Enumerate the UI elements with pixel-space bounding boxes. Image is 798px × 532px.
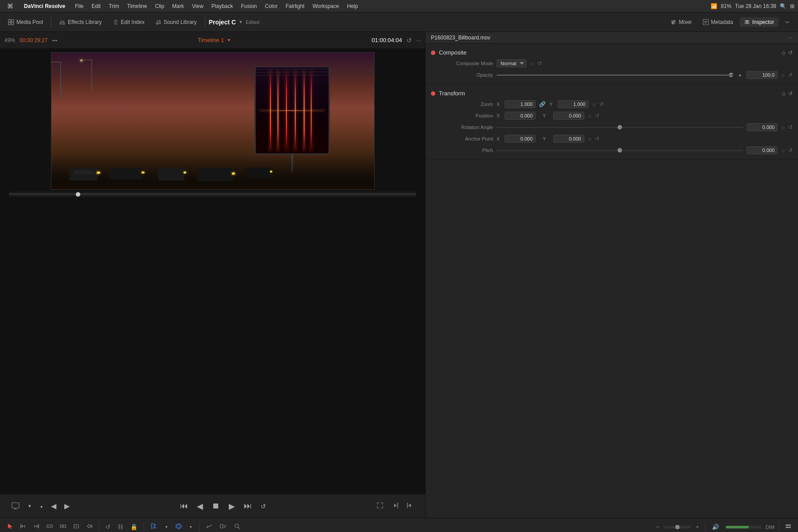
trim-menu[interactable]: Trim	[105, 2, 123, 10]
fullscreen-btn[interactable]	[374, 500, 386, 512]
zoom-reset[interactable]: ↺	[599, 101, 604, 107]
trim-in-tool[interactable]	[18, 522, 28, 532]
zoom-in-tool[interactable]	[58, 522, 68, 532]
pitch-diamond[interactable]: ◇	[781, 148, 785, 153]
transform-diamond-icon[interactable]: ◇	[782, 90, 786, 97]
edit-menu[interactable]: Edit	[88, 2, 105, 10]
nav-left[interactable]: ⬧	[37, 500, 46, 512]
timeline-area: ↺ ⛓ 🔒 ▼ ▼ − + 🔊 DIM	[0, 518, 798, 532]
nav-next-frame[interactable]: ▶	[62, 500, 72, 512]
position-y-input[interactable]	[553, 112, 584, 120]
pitch-slider[interactable]	[497, 150, 743, 151]
opacity-input[interactable]	[747, 71, 778, 79]
zoom-diamond[interactable]: ◇	[592, 102, 596, 107]
trim-out-tool[interactable]	[31, 522, 42, 532]
transform-reset-icon[interactable]: ↺	[788, 90, 793, 97]
undo-btn[interactable]: ↺	[103, 522, 113, 532]
zoom-out-btn[interactable]: −	[654, 522, 662, 532]
apple-menu[interactable]: ⌘	[4, 2, 17, 11]
fit-icon[interactable]	[218, 522, 229, 532]
pitch-input[interactable]	[747, 146, 778, 154]
opacity-slider[interactable]	[497, 74, 733, 76]
zoom-link-icon[interactable]: 🔗	[539, 101, 546, 107]
color-menu[interactable]: Color	[262, 2, 282, 10]
layout-dropdown[interactable]	[780, 18, 794, 27]
grid-icon[interactable]: ⊞	[790, 3, 794, 9]
composite-diamond-icon[interactable]: ◇	[782, 50, 786, 56]
link-btn[interactable]: ⛓	[115, 522, 125, 532]
rotation-slider[interactable]	[497, 127, 743, 128]
rotation-input[interactable]	[747, 123, 778, 131]
fairlight-menu[interactable]: Fairlight	[282, 2, 308, 10]
loop-btn[interactable]: ↺	[258, 501, 269, 512]
play-btn[interactable]: ▶	[226, 500, 238, 513]
media-pool-btn[interactable]: Media Pool	[4, 17, 47, 27]
select-tool[interactable]	[4, 522, 15, 532]
opacity-reset[interactable]: ↺	[788, 72, 793, 78]
zoom-x-label: X	[497, 102, 500, 107]
flag-btn[interactable]	[148, 522, 160, 532]
opacity-diamond[interactable]: ◇	[781, 73, 785, 78]
marker-dropdown[interactable]: ▼	[187, 524, 195, 531]
anchor-x-input[interactable]	[505, 135, 536, 143]
scrubber-bar[interactable]	[9, 192, 416, 197]
pitch-reset[interactable]: ↺	[788, 147, 793, 153]
position-reset[interactable]: ↺	[595, 113, 599, 119]
dynamic-trim-tool[interactable]	[84, 522, 95, 532]
edit-index-btn[interactable]: Edit Index	[108, 17, 149, 27]
anchor-reset[interactable]: ↺	[595, 136, 599, 142]
effects-library-btn[interactable]: Effects Library	[55, 17, 106, 27]
davinci-menu[interactable]: DaVinci Resolve	[20, 2, 69, 10]
anchor-diamond[interactable]: ◇	[588, 137, 591, 141]
playback-menu[interactable]: Playback	[208, 2, 237, 10]
composite-mode-select[interactable]: Normal Screen Overlay Multiply	[497, 59, 527, 67]
zoom-in-btn[interactable]: +	[693, 522, 701, 532]
composite-mode-reset[interactable]: ↺	[537, 60, 542, 66]
sound-library-btn[interactable]: Sound Library	[151, 17, 201, 27]
file-menu[interactable]: File	[71, 2, 87, 10]
go-to-in-btn[interactable]	[389, 500, 401, 512]
rotation-diamond[interactable]: ◇	[781, 125, 785, 130]
help-menu[interactable]: Help	[344, 2, 362, 10]
zoom-y-input[interactable]	[558, 100, 589, 108]
position-x-input[interactable]	[505, 112, 536, 120]
slip-tool[interactable]	[44, 522, 55, 532]
position-diamond[interactable]: ◇	[588, 113, 591, 118]
go-to-out-btn[interactable]	[404, 500, 416, 512]
search-timeline-btn[interactable]	[232, 522, 243, 532]
zoom-out-tool[interactable]	[71, 522, 82, 532]
timeline-menu[interactable]: Timeline	[124, 2, 151, 10]
composite-mode-diamond[interactable]: ◇	[530, 61, 534, 66]
zoom-out-icon	[73, 523, 79, 529]
mark-menu[interactable]: Mark	[168, 2, 188, 10]
dropdown-monitor[interactable]: ▼	[25, 500, 35, 512]
timeline-dropdown-icon[interactable]: ▼	[227, 38, 231, 43]
fusion-menu[interactable]: Fusion	[238, 2, 261, 10]
go-start-btn[interactable]: ⏮	[177, 500, 191, 512]
project-dropdown-icon[interactable]: ▼	[239, 20, 243, 24]
marker-btn[interactable]	[173, 522, 184, 532]
zoom-x-input[interactable]	[505, 100, 536, 108]
stop-btn[interactable]: ⏹	[209, 500, 223, 512]
audio-slider[interactable]	[726, 526, 761, 528]
metadata-btn[interactable]: Metadata	[698, 17, 738, 27]
search-icon[interactable]: 🔍	[780, 3, 786, 9]
mixer-btn[interactable]: Mixer	[666, 17, 696, 27]
play-back-btn[interactable]: ◀	[194, 500, 206, 513]
refresh-btn[interactable]: ↺	[407, 37, 412, 44]
workspace-menu[interactable]: Workspace	[309, 2, 343, 10]
go-end-btn[interactable]: ⏭	[241, 500, 254, 512]
clip-menu[interactable]: Clip	[152, 2, 168, 10]
composite-reset-icon[interactable]: ↺	[788, 50, 793, 56]
flag-dropdown[interactable]: ▼	[162, 524, 171, 531]
razor-btn[interactable]	[203, 522, 215, 532]
zoom-slider[interactable]	[664, 526, 691, 528]
extra-panel-btn[interactable]	[783, 522, 794, 532]
rotation-reset[interactable]: ↺	[788, 124, 793, 130]
inspector-btn[interactable]: Inspector	[739, 17, 778, 27]
lock-btn[interactable]: 🔒	[128, 522, 140, 532]
anchor-y-input[interactable]	[553, 135, 584, 143]
audio-meter-btn[interactable]: 🔊	[710, 522, 721, 532]
nav-prev-frame[interactable]: ◀	[48, 500, 59, 512]
view-menu[interactable]: View	[188, 2, 207, 10]
